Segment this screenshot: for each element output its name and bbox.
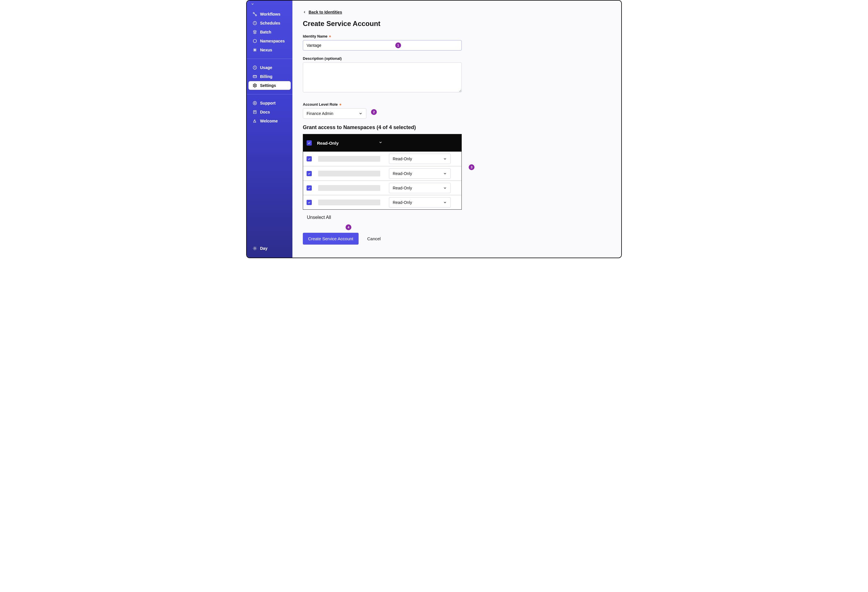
row-permission-select[interactable]: Read-Only bbox=[389, 168, 451, 179]
sidebar-item-nexus[interactable]: Nexus bbox=[248, 46, 291, 54]
row-permission-select[interactable]: Read-Only bbox=[389, 154, 451, 164]
sidebar-item-workflows[interactable]: Workflows bbox=[248, 10, 291, 19]
sidebar-item-schedules[interactable]: Schedules bbox=[248, 19, 291, 27]
namespaces-icon bbox=[252, 39, 257, 43]
sidebar-item-label: Namespaces bbox=[260, 39, 285, 43]
sidebar-bottom: Day bbox=[247, 244, 292, 258]
theme-toggle[interactable]: Day bbox=[248, 244, 291, 253]
unselect-all-button[interactable]: Unselect All bbox=[307, 215, 331, 220]
billing-icon bbox=[252, 74, 257, 79]
schedules-icon bbox=[252, 21, 257, 25]
description-input[interactable] bbox=[303, 62, 462, 93]
main-content: Back to Identities Create Service Accoun… bbox=[292, 1, 621, 258]
namespace-name-redacted bbox=[318, 156, 380, 162]
sidebar-item-support[interactable]: Support bbox=[248, 99, 291, 108]
cancel-button[interactable]: Cancel bbox=[367, 236, 381, 241]
description-label: Description (optional) bbox=[303, 56, 611, 60]
settings-icon bbox=[252, 83, 257, 88]
sidebar-item-label: Usage bbox=[260, 65, 272, 70]
nav-group-primary: Workflows Schedules Batch Namespaces Nex… bbox=[247, 7, 292, 57]
chevron-down-icon bbox=[443, 200, 447, 205]
account-role-label: Account Level Role bbox=[303, 102, 611, 106]
select-value: Finance Admin bbox=[307, 111, 334, 116]
chevron-down-icon bbox=[443, 172, 447, 175]
sun-icon bbox=[252, 246, 257, 251]
back-link-label: Back to Identities bbox=[309, 10, 342, 15]
identity-name-input[interactable] bbox=[303, 40, 462, 50]
svg-point-7 bbox=[254, 103, 255, 104]
sidebar-item-usage[interactable]: Usage bbox=[248, 63, 291, 72]
sidebar-item-label: Schedules bbox=[260, 21, 280, 25]
row-checkbox[interactable] bbox=[307, 200, 312, 205]
annotation-badge-1: 1 bbox=[395, 43, 401, 48]
identity-name-label: Identity Name bbox=[303, 34, 611, 38]
row-permission-select[interactable]: Read-Only bbox=[389, 183, 451, 193]
namespace-row: Read-Only bbox=[303, 152, 461, 166]
annotation-badge-3: 3 bbox=[469, 164, 474, 170]
sidebar-item-welcome[interactable]: Welcome bbox=[248, 117, 291, 125]
namespace-row: Read-Only bbox=[303, 166, 461, 181]
required-dot-icon bbox=[329, 35, 331, 37]
chevron-down-icon bbox=[443, 157, 447, 161]
sidebar-item-label: Nexus bbox=[260, 48, 272, 52]
svg-point-6 bbox=[253, 102, 257, 105]
back-to-identities-link[interactable]: Back to Identities bbox=[303, 10, 342, 15]
sidebar-item-settings[interactable]: Settings bbox=[248, 81, 291, 90]
annotation-badge-4: 4 bbox=[345, 224, 351, 230]
svg-rect-4 bbox=[253, 75, 257, 78]
account-role-field: Account Level Role Finance Admin 2 bbox=[303, 102, 611, 119]
select-value: Read-Only bbox=[393, 171, 412, 176]
nav-divider bbox=[247, 94, 292, 94]
sidebar-item-billing[interactable]: Billing bbox=[248, 72, 291, 81]
row-permission-select[interactable]: Read-Only bbox=[389, 197, 451, 208]
row-checkbox[interactable] bbox=[307, 171, 312, 176]
usage-icon bbox=[252, 65, 257, 70]
row-checkbox[interactable] bbox=[307, 156, 312, 161]
account-role-select[interactable]: Finance Admin bbox=[303, 108, 366, 119]
chevron-down-icon bbox=[359, 112, 363, 115]
namespace-name-redacted bbox=[318, 185, 380, 191]
nav-group-help: Support Docs Welcome bbox=[247, 96, 292, 128]
description-field: Description (optional) bbox=[303, 56, 611, 94]
label-text: Identity Name bbox=[303, 34, 328, 38]
sidebar-item-label: Batch bbox=[260, 30, 271, 34]
svg-point-5 bbox=[254, 85, 255, 86]
select-all-checkbox[interactable] bbox=[307, 140, 312, 146]
namespace-name-redacted bbox=[318, 200, 380, 205]
theme-label: Day bbox=[260, 246, 267, 251]
select-value: Read-Only bbox=[393, 200, 412, 205]
nexus-icon bbox=[252, 48, 257, 52]
namespaces-section: Grant access to Namespaces (4 of 4 selec… bbox=[303, 124, 611, 220]
namespaces-section-title: Grant access to Namespaces (4 of 4 selec… bbox=[303, 124, 611, 131]
sidebar-item-label: Docs bbox=[260, 110, 270, 114]
namespaces-table-header: Read-Only bbox=[303, 134, 461, 152]
namespace-row: Read-Only bbox=[303, 195, 461, 209]
app-frame: Workflows Schedules Batch Namespaces Nex… bbox=[246, 0, 622, 258]
namespace-name-redacted bbox=[318, 171, 380, 177]
header-sort-chevron-icon[interactable] bbox=[378, 140, 382, 146]
annotation-badge-2: 2 bbox=[371, 109, 377, 115]
identity-name-field: Identity Name 1 bbox=[303, 34, 611, 50]
row-checkbox[interactable] bbox=[307, 186, 312, 191]
create-service-account-button[interactable]: Create Service Account bbox=[303, 233, 359, 244]
label-text: Description (optional) bbox=[303, 56, 341, 60]
sidebar-item-batch[interactable]: Batch bbox=[248, 28, 291, 36]
select-value: Read-Only bbox=[393, 186, 412, 190]
sidebar-collapse-chevron-icon[interactable] bbox=[247, 2, 292, 7]
nav-group-account: Usage Billing Settings bbox=[247, 60, 292, 93]
namespaces-rows: Read-Only Read-Only bbox=[303, 152, 461, 209]
chevron-down-icon bbox=[443, 186, 447, 190]
sidebar-item-docs[interactable]: Docs bbox=[248, 108, 291, 116]
sidebar-item-namespaces[interactable]: Namespaces bbox=[248, 37, 291, 45]
namespace-row: Read-Only bbox=[303, 181, 461, 195]
sidebar-item-label: Welcome bbox=[260, 119, 278, 123]
sidebar-item-label: Settings bbox=[260, 83, 276, 88]
batch-icon bbox=[252, 30, 257, 34]
sidebar-item-label: Workflows bbox=[260, 12, 280, 16]
chevron-left-icon bbox=[303, 10, 306, 14]
docs-icon bbox=[252, 110, 257, 114]
form-actions: Create Service Account Cancel bbox=[303, 233, 611, 244]
svg-point-9 bbox=[254, 247, 255, 249]
sidebar-item-label: Support bbox=[260, 101, 276, 105]
header-perm-label: Read-Only bbox=[317, 141, 339, 146]
